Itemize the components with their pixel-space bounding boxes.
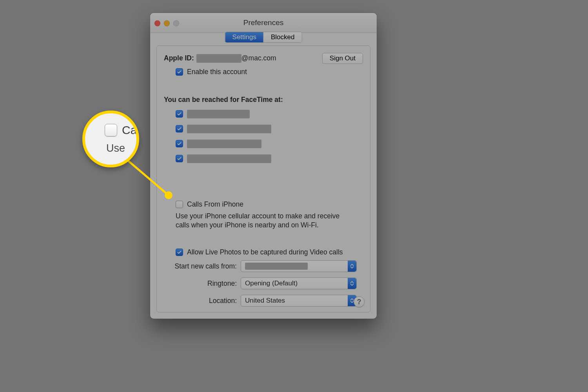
window-controls [154, 20, 179, 26]
tab-settings[interactable]: Settings [225, 32, 264, 42]
start-calls-value-redacted [245, 263, 308, 270]
reach-title: You can be reached for FaceTime at: [164, 96, 363, 104]
ringtone-label: Ringtone: [164, 279, 241, 288]
location-value: United States [245, 297, 285, 305]
callout-text-use: Use [106, 142, 125, 154]
ringtone-select[interactable]: Opening (Default) [241, 278, 357, 289]
enable-account-checkbox[interactable] [176, 68, 183, 76]
calls-from-iphone-block: Calls From iPhone Use your iPhone cellul… [176, 200, 363, 230]
callout-magnifier: Cal Use [82, 111, 139, 167]
reach-value-2 [187, 125, 271, 133]
sign-out-button[interactable]: Sign Out [322, 53, 363, 64]
reach-checkbox-2[interactable] [176, 125, 183, 132]
enable-account-label: Enable this account [187, 68, 247, 76]
start-calls-select[interactable] [241, 260, 357, 272]
reach-checkbox-1[interactable] [176, 110, 183, 118]
reach-list [176, 108, 363, 165]
reach-item-3 [176, 140, 363, 148]
live-photos-checkbox[interactable] [176, 249, 183, 256]
reach-value-4 [187, 154, 271, 163]
reach-item-4 [176, 154, 363, 163]
callout-checkbox [105, 124, 117, 136]
apple-id-redacted [196, 54, 241, 63]
select-rows: Start new calls from: Ringtone: Opening … [164, 260, 363, 307]
apple-id-domain: @mac.com [241, 54, 276, 62]
apple-id-row: Apple ID: @mac.com Sign Out [164, 53, 363, 64]
tab-bar: Settings Blocked [150, 33, 377, 45]
live-photos-label: Allow Live Photos to be captured during … [187, 248, 343, 256]
chevron-updown-icon [348, 261, 356, 272]
callout-text-cal: Cal [122, 123, 139, 137]
calls-from-iphone-desc: Use your iPhone cellular account to make… [176, 212, 348, 230]
apple-id-label: Apple ID: [164, 54, 194, 62]
ringtone-row: Ringtone: Opening (Default) [164, 278, 363, 289]
reach-value-3 [187, 140, 261, 148]
location-select[interactable]: United States [241, 295, 357, 307]
start-calls-label: Start new calls from: [164, 262, 241, 270]
minimize-icon[interactable] [164, 20, 170, 26]
reach-item-2 [176, 125, 363, 133]
help-button[interactable]: ? [354, 296, 365, 307]
location-row: Location: United States [164, 295, 363, 307]
calls-from-iphone-label: Calls From iPhone [187, 200, 243, 209]
tab-blocked[interactable]: Blocked [264, 32, 301, 42]
location-label: Location: [164, 297, 241, 305]
settings-panel: Apple ID: @mac.com Sign Out Enable this … [156, 45, 370, 312]
live-photos-block: Allow Live Photos to be captured during … [176, 248, 363, 256]
window-title: Preferences [150, 18, 377, 27]
start-calls-row: Start new calls from: [164, 260, 363, 272]
close-icon[interactable] [154, 20, 160, 26]
chevron-updown-icon [348, 278, 356, 289]
ringtone-value: Opening (Default) [245, 279, 298, 287]
callout-lens: Cal Use [82, 111, 139, 167]
enable-account-row: Enable this account [176, 68, 363, 76]
reach-item-1 [176, 110, 363, 118]
zoom-icon [173, 20, 179, 26]
reach-value-1 [187, 110, 250, 118]
svg-point-1 [165, 191, 172, 199]
titlebar: Preferences [150, 13, 377, 33]
